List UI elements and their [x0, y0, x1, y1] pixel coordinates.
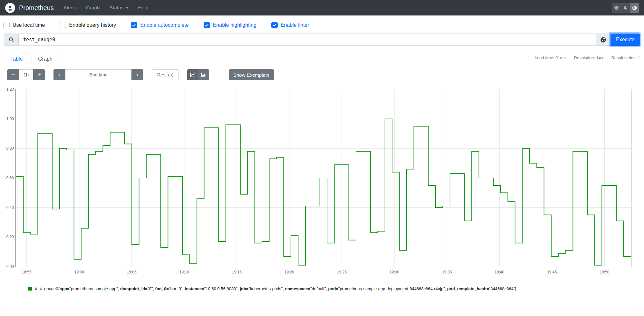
query-stats: Load time: 91ms Resolution: 14s Result s…: [535, 55, 640, 65]
circle-half-icon: [632, 5, 637, 10]
x-axis-tick: 19:40: [490, 270, 508, 274]
tab-table[interactable]: Table: [4, 53, 29, 65]
gear-icon: [614, 5, 619, 10]
checkbox-label: Enable highlighting: [213, 22, 256, 28]
load-time-stat: Load time: 91ms: [535, 55, 566, 60]
chart-plot[interactable]: [15, 89, 631, 267]
checkbox-enable-autocomplete[interactable]: Enable autocomplete: [131, 22, 188, 28]
search-addon: [4, 34, 18, 46]
checkbox-box[interactable]: [204, 22, 210, 28]
nav-item-graph[interactable]: Graph: [86, 5, 100, 11]
theme-auto-button[interactable]: [630, 3, 639, 13]
checkbox-label: Enable linter: [281, 22, 309, 28]
tab-graph[interactable]: Graph: [32, 53, 59, 65]
end-time-input[interactable]: [65, 69, 131, 80]
x-axis-tick: 19:45: [543, 270, 561, 274]
y-axis-tick: 0.00: [4, 264, 14, 269]
brand-title[interactable]: Prometheus: [19, 4, 54, 12]
chart-area: 0.000.200.400.600.801.001.2018:5519:0019…: [4, 89, 640, 277]
execute-button[interactable]: Execute: [610, 34, 640, 46]
chevron-left-icon: [57, 73, 62, 77]
y-axis-tick: 0.60: [4, 176, 14, 180]
nav-item-help[interactable]: Help: [138, 5, 149, 11]
y-axis-tick: 0.80: [4, 146, 14, 151]
legend-swatch[interactable]: [28, 287, 32, 291]
y-axis-tick: 1.20: [4, 87, 14, 92]
globe-icon: [600, 37, 606, 43]
checkbox-box[interactable]: [60, 22, 66, 28]
x-axis-tick: 18:55: [18, 270, 36, 274]
x-axis-tick: 19:05: [123, 270, 141, 274]
graph-controls: − + Show Exemplars: [4, 65, 640, 80]
show-exemplars-button[interactable]: Show Exemplars: [229, 69, 274, 80]
query-bar: Execute: [4, 34, 640, 46]
stacked-chart-button[interactable]: [198, 69, 209, 80]
stacked-chart-icon: [201, 72, 206, 77]
end-time-control: [53, 69, 143, 80]
graph-panel: − + Show Exemplars 0.000: [4, 65, 640, 307]
theme-dark-button[interactable]: [621, 3, 630, 13]
x-axis-tick: 19:30: [385, 270, 403, 274]
x-axis-tick: 19:15: [228, 270, 246, 274]
line-chart-button[interactable]: [187, 69, 198, 80]
checkbox-box[interactable]: [271, 22, 278, 28]
options-row: Use local timeEnable query historyEnable…: [0, 15, 644, 33]
y-axis-tick: 0.40: [4, 205, 14, 210]
legend-text[interactable]: test_gauge0{app="prometheus-sample-app",…: [35, 286, 516, 291]
chevron-right-icon: [135, 73, 139, 77]
checkbox-box[interactable]: [3, 22, 10, 28]
checkbox-label: Enable query history: [69, 22, 116, 28]
resolution-stat: Resolution: 14s: [574, 55, 603, 60]
nav-menu: AlertsGraphStatusHelp: [63, 5, 149, 11]
range-input[interactable]: [19, 69, 33, 80]
line-chart-icon: [190, 72, 195, 77]
query-input[interactable]: [18, 34, 596, 46]
checkbox-enable-highlighting[interactable]: Enable highlighting: [204, 22, 256, 28]
resolution-input[interactable]: [152, 69, 179, 80]
checkbox-use-local-time[interactable]: Use local time: [3, 22, 45, 28]
caret-down-icon: [126, 7, 129, 9]
checkbox-label: Use local time: [13, 22, 45, 28]
tabs-row: Table Graph Load time: 91ms Resolution: …: [4, 53, 640, 65]
checkbox-enable-linter[interactable]: Enable linter: [271, 22, 309, 28]
check-icon: [273, 23, 276, 27]
metrics-explorer-button[interactable]: [596, 34, 610, 46]
y-axis-tick: 0.20: [4, 235, 14, 239]
nav-item-alerts[interactable]: Alerts: [63, 5, 76, 11]
chart-svg: [16, 89, 631, 267]
legend: test_gauge0{app="prometheus-sample-app",…: [28, 286, 633, 291]
checkbox-enable-query-history[interactable]: Enable query history: [60, 22, 116, 28]
x-axis-tick: 19:35: [438, 270, 456, 274]
prometheus-logo-icon[interactable]: [5, 3, 15, 13]
range-increase-button[interactable]: +: [33, 69, 45, 80]
theme-toggle-group: [612, 3, 639, 13]
moon-icon: [623, 6, 628, 10]
navbar: Prometheus AlertsGraphStatusHelp: [0, 0, 644, 15]
x-axis-tick: 19:10: [175, 270, 193, 274]
x-axis-tick: 19:50: [596, 270, 614, 274]
check-icon: [205, 23, 209, 27]
result-series-stat: Result series: 1: [611, 55, 640, 60]
x-axis-tick: 19:25: [333, 270, 351, 274]
theme-light-button[interactable]: [612, 3, 621, 13]
time-forward-button[interactable]: [131, 69, 143, 80]
checkbox-label: Enable autocomplete: [140, 22, 188, 28]
x-axis-tick: 19:20: [280, 270, 298, 274]
checkbox-box[interactable]: [131, 22, 137, 28]
check-icon: [132, 23, 136, 27]
nav-item-status[interactable]: Status: [110, 5, 129, 11]
search-icon: [9, 37, 14, 43]
y-axis-tick: 1.00: [4, 117, 14, 121]
range-control: − +: [7, 69, 45, 80]
range-decrease-button[interactable]: −: [7, 69, 19, 80]
time-back-button[interactable]: [53, 69, 65, 80]
x-axis-tick: 19:00: [70, 270, 88, 274]
chart-type-toggle: [187, 69, 209, 80]
